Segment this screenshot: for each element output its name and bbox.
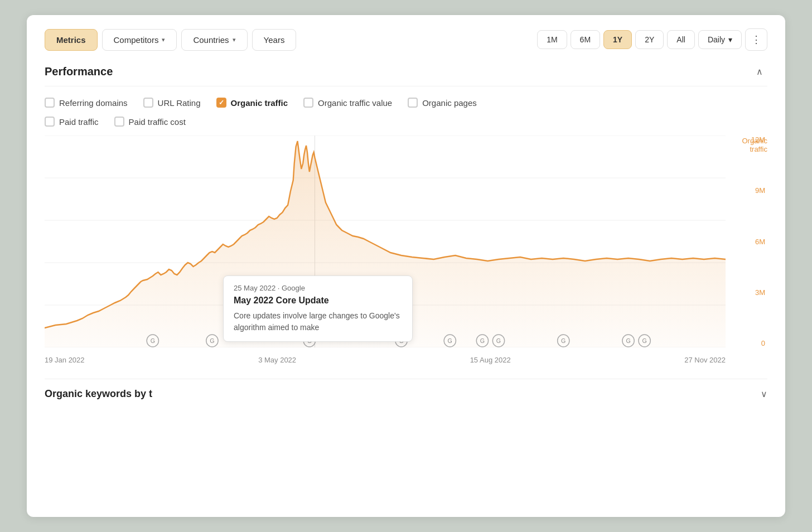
checkbox-organic-traffic[interactable] xyxy=(216,98,226,108)
performance-header: Performance ∧ xyxy=(45,64,767,86)
time-btn-2y[interactable]: 2Y xyxy=(635,30,664,49)
tab-metrics-label: Metrics xyxy=(56,35,86,45)
metric-label-organic-traffic-value: Organic traffic value xyxy=(318,98,392,108)
x-axis-labels: 19 Jan 2022 3 May 2022 15 Aug 2022 27 No… xyxy=(45,350,726,370)
daily-label: Daily xyxy=(708,35,725,44)
bottom-title: Organic keywords by t xyxy=(45,388,152,400)
checkbox-referring-domains[interactable] xyxy=(45,98,55,108)
chart-tooltip: 25 May 2022 · Google May 2022 Core Updat… xyxy=(223,275,413,342)
checkbox-paid-traffic[interactable] xyxy=(45,117,55,127)
chevron-up-icon: ∧ xyxy=(756,67,763,76)
g-marker-label: G xyxy=(561,337,566,344)
metric-label-organic-traffic: Organic traffic xyxy=(231,98,288,108)
g-marker-label: G xyxy=(496,337,501,344)
metric-organic-traffic[interactable]: Organic traffic xyxy=(216,98,288,108)
metrics-row-2: Paid traffic Paid traffic cost xyxy=(45,117,767,127)
metric-label-paid-traffic-cost: Paid traffic cost xyxy=(129,117,186,127)
y-label-9m: 9M xyxy=(755,186,765,195)
tab-competitors-label: Competitors xyxy=(114,35,159,45)
tab-years-label: Years xyxy=(264,35,285,45)
chevron-down-icon: ▾ xyxy=(162,36,165,43)
more-options-button[interactable]: ⋮ xyxy=(745,28,767,51)
g-marker-label: G xyxy=(480,337,485,344)
metric-label-organic-pages: Organic pages xyxy=(422,98,477,108)
tooltip-body: Core updates involve large changes to Go… xyxy=(234,310,402,333)
metric-referring-domains[interactable]: Referring domains xyxy=(45,98,128,108)
chevron-down-icon: ▾ xyxy=(233,36,236,43)
g-marker-label: G xyxy=(642,337,646,344)
checkbox-organic-traffic-value[interactable] xyxy=(303,98,313,108)
g-marker-label: G xyxy=(626,337,630,344)
chevron-down-icon: ▾ xyxy=(728,35,732,44)
performance-title: Performance xyxy=(45,65,113,78)
time-btn-all[interactable]: All xyxy=(667,30,695,49)
main-card: Metrics Competitors ▾ Countries ▾ Years … xyxy=(27,15,785,517)
tooltip-date: 25 May 2022 · Google xyxy=(234,284,402,292)
toolbar-right: 1M 6M 1Y 2Y All Daily ▾ ⋮ xyxy=(537,28,767,51)
daily-dropdown[interactable]: Daily ▾ xyxy=(698,30,742,49)
dots-icon: ⋮ xyxy=(751,33,761,46)
expand-button[interactable]: ∨ xyxy=(761,389,767,399)
metric-url-rating[interactable]: URL Rating xyxy=(143,98,201,108)
metric-paid-traffic[interactable]: Paid traffic xyxy=(45,117,99,127)
metric-paid-traffic-cost[interactable]: Paid traffic cost xyxy=(114,117,186,127)
x-label-may: 3 May 2022 xyxy=(258,356,296,364)
bottom-section: Organic keywords by t ∨ xyxy=(45,379,767,400)
x-label-jan: 19 Jan 2022 xyxy=(45,356,85,364)
time-btn-1m[interactable]: 1M xyxy=(537,30,567,49)
time-btn-6m[interactable]: 6M xyxy=(571,30,600,49)
y-label-6m: 6M xyxy=(755,238,765,246)
metric-label-referring-domains: Referring domains xyxy=(59,98,128,108)
g-marker-label: G xyxy=(210,337,214,344)
checkbox-paid-traffic-cost[interactable] xyxy=(114,117,124,127)
metrics-row-1: Referring domains URL Rating Organic tra… xyxy=(45,98,767,108)
tab-countries-label: Countries xyxy=(193,35,229,45)
x-label-aug: 15 Aug 2022 xyxy=(470,356,511,364)
metric-organic-pages[interactable]: Organic pages xyxy=(408,98,477,108)
checkbox-url-rating[interactable] xyxy=(143,98,153,108)
collapse-button[interactable]: ∧ xyxy=(752,64,767,79)
g-marker-label: G xyxy=(151,337,155,344)
tab-metrics[interactable]: Metrics xyxy=(45,29,98,51)
checkbox-organic-pages[interactable] xyxy=(408,98,418,108)
metric-label-url-rating: URL Rating xyxy=(158,98,201,108)
time-btn-1y[interactable]: 1Y xyxy=(603,30,632,49)
g-marker-label: G xyxy=(448,337,452,344)
y-label-0: 0 xyxy=(761,339,765,347)
metric-label-paid-traffic: Paid traffic xyxy=(59,117,99,127)
toolbar-left: Metrics Competitors ▾ Countries ▾ Years xyxy=(45,29,296,51)
y-label-12m: 12M xyxy=(751,136,765,144)
tooltip-title: May 2022 Core Update xyxy=(234,296,402,306)
tab-competitors[interactable]: Competitors ▾ xyxy=(102,29,177,51)
bottom-header: Organic keywords by t ∨ xyxy=(45,388,767,400)
y-axis-labels: 12M 9M 6M 3M 0 xyxy=(729,136,767,347)
tab-countries[interactable]: Countries ▾ xyxy=(181,29,247,51)
metric-organic-traffic-value[interactable]: Organic traffic value xyxy=(303,98,392,108)
x-label-nov: 27 Nov 2022 xyxy=(684,356,726,364)
chevron-down-icon: ∨ xyxy=(761,389,767,399)
tab-years[interactable]: Years xyxy=(252,29,297,51)
toolbar: Metrics Competitors ▾ Countries ▾ Years … xyxy=(45,28,767,51)
chart-container: Organic traffic xyxy=(45,136,767,370)
y-label-3m: 3M xyxy=(755,288,765,297)
